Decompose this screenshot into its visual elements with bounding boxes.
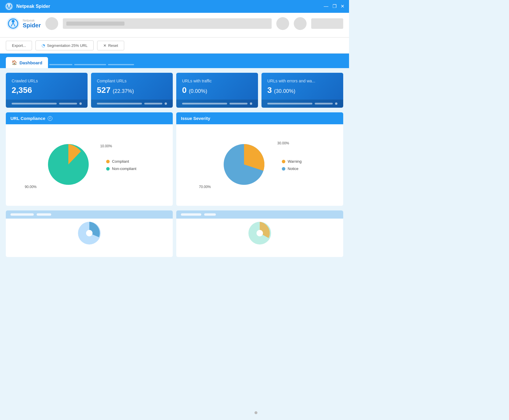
url-compliance-legend: Compliant Non-compliant <box>106 159 136 171</box>
compliant-pct-label: 10.00% <box>100 144 112 148</box>
crawled-bar-2 <box>59 103 77 104</box>
url-compliance-pie-svg <box>42 138 95 191</box>
url-compliance-info-icon[interactable]: i <box>48 116 52 121</box>
segmentation-label: Segmentation 25% URL <box>47 43 87 48</box>
svg-point-7 <box>12 20 15 23</box>
traffic-urls-value: 0 (0.00%) <box>182 86 252 95</box>
error-urls-bottom <box>261 100 343 108</box>
url-compliance-pie-wrapper: 10.00% 90.00% <box>42 138 95 192</box>
error-bar-2 <box>315 103 333 104</box>
tab-lines <box>49 64 134 68</box>
bottom-card-1-bar-1 <box>10 213 34 216</box>
tab-dashboard[interactable]: 🏠 Dashboard <box>6 57 48 68</box>
tab-line-2 <box>74 64 106 65</box>
notice-legend-label: Notice <box>288 166 298 171</box>
bottom-card-2-header <box>176 210 343 219</box>
tab-line-1 <box>49 64 72 65</box>
action-toolbar: Export... ◔ Segmentation 25% URL ✕ Reset <box>0 38 349 54</box>
export-button[interactable]: Export... <box>6 41 32 50</box>
bottom-card-1-bar-2 <box>37 213 51 216</box>
window-controls: — ❐ ✕ <box>324 4 344 9</box>
notice-pct-label: 70.00% <box>199 185 211 189</box>
stat-card-compliant-urls: Compliant URLs 527 (22.37%) <box>91 73 173 108</box>
warning-legend-label: Warning <box>288 159 302 164</box>
traffic-bar-1 <box>182 103 227 104</box>
action-button-placeholder[interactable] <box>311 18 343 29</box>
settings-icon[interactable] <box>294 17 307 30</box>
notice-color-dot <box>282 167 285 171</box>
bottom-card-2 <box>176 210 343 257</box>
user-avatar[interactable] <box>45 17 58 30</box>
compliant-color-dot <box>106 160 110 163</box>
issue-severity-header: Issue Severity <box>176 112 343 124</box>
url-compliance-body: 10.00% 90.00% Compliant Non-compliant <box>6 124 173 206</box>
issue-severity-body: 30.00% 70.00% Warning Notice <box>176 124 343 206</box>
compliant-dot <box>165 102 167 105</box>
close-button[interactable]: ✕ <box>341 4 344 9</box>
bottom-chart-2-svg <box>234 219 286 248</box>
url-compliance-pie-container: 10.00% 90.00% Compliant Non-compliant <box>42 138 136 192</box>
legend-warning: Warning <box>282 159 302 164</box>
crawled-dot <box>79 102 82 105</box>
charts-row: URL Compliance i <box>6 112 343 206</box>
segmentation-icon: ◔ <box>42 43 45 48</box>
non-compliant-color-dot <box>106 167 110 171</box>
bottom-card-2-bar-2 <box>204 213 216 216</box>
url-bar[interactable] <box>63 18 272 29</box>
header-top: Netpeak Spider <box>6 16 343 31</box>
non-compliant-pct-label: 90.00% <box>25 185 37 189</box>
app-title: Netpeak Spider <box>16 4 50 9</box>
minimize-button[interactable]: — <box>324 4 328 9</box>
traffic-bar-2 <box>229 103 248 104</box>
stat-card-traffic-urls: URLs with traffic 0 (0.00%) <box>176 73 258 108</box>
bottom-row <box>6 210 343 257</box>
crawled-urls-value: 2,356 <box>12 86 82 95</box>
non-compliant-legend-label: Non-compliant <box>112 166 136 171</box>
bottom-card-1-header <box>6 210 173 219</box>
brand-logo-icon <box>6 16 20 31</box>
stat-card-error-urls: URLs with errors and wa... 3 (30.00%) <box>261 73 343 108</box>
issue-severity-title: Issue Severity <box>181 116 210 121</box>
dashboard-icon: 🏠 <box>12 60 17 65</box>
compliant-legend-label: Compliant <box>112 159 129 164</box>
segmentation-button[interactable]: ◔ Segmentation 25% URL <box>35 40 93 50</box>
brand-name-bottom: Spider <box>23 22 41 29</box>
crawled-urls-bottom <box>6 100 88 108</box>
legend-notice: Notice <box>282 166 302 171</box>
compliant-urls-label: Compliant URLs <box>97 79 167 83</box>
error-dot <box>335 102 337 105</box>
bottom-card-2-bar-1 <box>181 213 201 216</box>
profile-icon[interactable] <box>276 17 289 30</box>
tabs-bar: 🏠 Dashboard <box>0 54 349 68</box>
stat-cards: Crawled URLs 2,356 Compliant URLs 527 (2… <box>6 73 343 108</box>
compliant-bar-2 <box>144 103 162 104</box>
reset-icon: ✕ <box>103 43 106 48</box>
main-content: Crawled URLs 2,356 Compliant URLs 527 (2… <box>0 68 349 262</box>
traffic-urls-label: URLs with traffic <box>182 79 252 83</box>
issue-severity-chart: Issue Severity <box>176 112 343 206</box>
crawled-bar-1 <box>12 103 57 104</box>
legend-compliant: Compliant <box>106 159 136 164</box>
crawled-urls-label: Crawled URLs <box>12 79 82 83</box>
tab-line-3 <box>108 64 134 65</box>
bottom-chart-1-svg <box>63 219 115 248</box>
bottom-card-2-body <box>176 219 343 254</box>
brand-logo: Netpeak Spider <box>6 16 41 31</box>
maximize-button[interactable]: ❐ <box>332 4 337 9</box>
error-urls-value: 3 (30.00%) <box>267 86 337 95</box>
reset-button[interactable]: ✕ Reset <box>97 41 124 50</box>
svg-point-15 <box>257 230 263 236</box>
url-compliance-chart: URL Compliance i <box>6 112 173 206</box>
issue-severity-legend: Warning Notice <box>282 159 302 171</box>
brand-name: Netpeak Spider <box>23 19 41 29</box>
traffic-dot <box>250 102 252 105</box>
traffic-urls-bottom <box>176 100 258 108</box>
title-bar-left: Netpeak Spider <box>5 2 50 11</box>
url-compliance-title: URL Compliance <box>10 116 45 121</box>
reset-label: Reset <box>108 43 118 48</box>
issue-severity-pie-container: 30.00% 70.00% Warning Notice <box>218 138 302 192</box>
svg-point-13 <box>86 230 92 236</box>
brand-name-top: Netpeak <box>23 19 41 22</box>
legend-non-compliant: Non-compliant <box>106 166 136 171</box>
svg-point-2 <box>8 4 10 6</box>
